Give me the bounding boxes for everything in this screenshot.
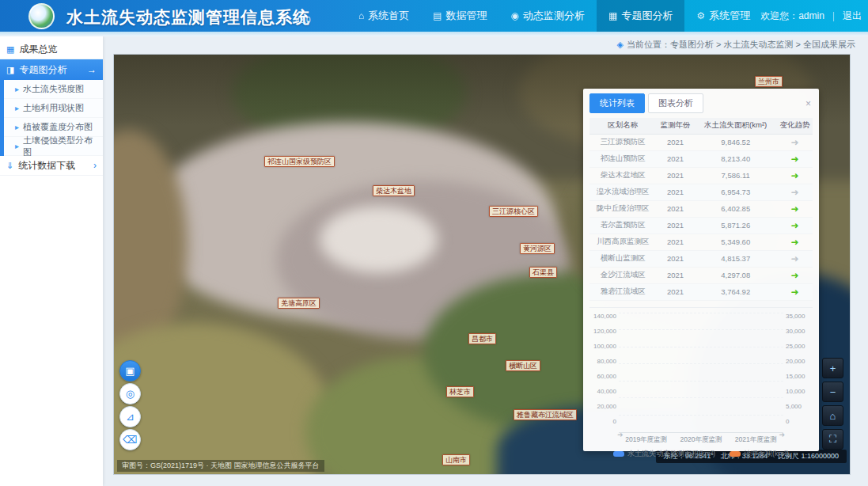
home-extent-tool[interactable]: ⌂ — [822, 405, 843, 426]
map-place-label[interactable]: 兰州市 — [755, 76, 783, 87]
map-place-label[interactable]: 横断山区 — [506, 360, 540, 371]
locate-tool[interactable]: ◎ — [119, 383, 141, 404]
map-place-label[interactable]: 雅鲁藏布江流域区 — [514, 409, 577, 420]
nav-tab-系统首页[interactable]: ⌂系统首页 — [347, 0, 421, 32]
grid-icon: ▦ — [6, 44, 14, 55]
statistics-chart: 140,000120,000100,00080,00060,00040,0002… — [589, 307, 813, 459]
y-tick-label: 40,000 — [589, 388, 616, 395]
sidebar-item-thematic-analysis[interactable]: ◨ 专题图分析 → — [0, 59, 103, 80]
trend-arrow-icon[interactable]: ➜ — [790, 270, 798, 281]
doc-icon: ▸ — [15, 85, 19, 93]
zoom-out-tool[interactable]: − — [822, 382, 843, 402]
welcome-text: 欢迎您：admin — [760, 0, 824, 32]
nav-tab-动态监测分析[interactable]: ◉动态监测分析 — [499, 0, 597, 32]
nav-tab-专题图分析[interactable]: ▦专题图分析 — [597, 0, 684, 32]
trend-arrow-icon[interactable]: ➜ — [790, 203, 798, 215]
y-tick-label: 25,000 — [786, 343, 813, 350]
map-place-label[interactable]: 山南市 — [442, 454, 470, 465]
table-row[interactable]: 金沙江流域区20214,297.08➜ — [589, 267, 813, 283]
nav-tab-label: 专题图分析 — [621, 0, 673, 32]
table-row[interactable]: 柴达木盆地区20217,586.11➜ — [589, 167, 813, 184]
table-row[interactable]: 祁连山预防区20218,213.40➜ — [589, 150, 813, 167]
trend-arrow-icon[interactable]: ➜ — [790, 137, 798, 148]
trend-arrow-icon[interactable]: ➜ — [790, 154, 798, 165]
y-tick-label: 60,000 — [589, 373, 616, 380]
expand-icon: ⛶ — [829, 433, 836, 446]
map-place-label[interactable]: 石渠县 — [529, 267, 557, 278]
map-place-label[interactable]: 柴达木盆地 — [373, 185, 415, 196]
table-header-cell: 水土流失面积(km²) — [695, 118, 777, 134]
sidebar-subitem-label: 土壤侵蚀类型分布图 — [23, 135, 98, 158]
sidebar-item-overview[interactable]: ▦ 成果总览 — [0, 40, 103, 59]
layers-tool[interactable]: ▣ — [119, 360, 141, 382]
map-left-toolbar: ▣◎⊿⌫ — [119, 360, 141, 450]
nav-tab-系统管理[interactable]: ⚙系统管理 — [684, 0, 762, 32]
arrow-right-icon: → — [87, 64, 97, 75]
cell-area: 5,871.26 — [695, 217, 777, 234]
doc-icon: ▸ — [15, 104, 19, 112]
trend-arrow-icon[interactable]: ➜ — [790, 253, 798, 264]
database-icon: ▤ — [433, 0, 442, 32]
sidebar-item-download[interactable]: ⇓ 统计数据下载 › — [0, 156, 103, 176]
trend-arrow-icon[interactable]: ➜ — [790, 237, 798, 248]
cell-region: 川西高原监测区 — [589, 234, 657, 250]
map-terrain-plain — [113, 323, 335, 475]
sidebar: ▦ 成果总览 ◨ 专题图分析 → ▸水土流失强度图▸土地利用现状图▸植被覆盖度分… — [0, 36, 103, 486]
trend-arrow-icon[interactable]: ➜ — [790, 187, 798, 198]
y-tick-label: 20,000 — [589, 403, 616, 410]
trend-arrow-icon[interactable]: ➜ — [790, 287, 798, 298]
cell-region: 横断山监测区 — [589, 250, 657, 267]
cell-year: 2021 — [657, 200, 695, 217]
table-row[interactable]: 若尔盖预防区20215,871.26➜ — [589, 217, 813, 234]
locate-icon: ◎ — [126, 388, 135, 400]
cell-area: 6,954.73 — [695, 184, 777, 200]
y-tick-label: 120,000 — [589, 328, 616, 335]
legend-item[interactable]: 水土流失动态监测面积(km²) — [613, 449, 715, 459]
table-row[interactable]: 川西高原监测区20215,349.60➜ — [589, 234, 813, 250]
y-tick-label: 5,000 — [786, 403, 813, 410]
axis-arrow-icon: ➜ — [617, 431, 624, 439]
map-place-label[interactable]: 黄河源区 — [520, 243, 555, 254]
legend-item[interactable]: 治理面积(km²) — [730, 449, 789, 459]
clear-tool[interactable]: ⌫ — [119, 429, 141, 450]
fullscreen-tool[interactable]: ⛶ — [822, 429, 843, 450]
trend-arrow-icon[interactable]: ➜ — [790, 170, 798, 181]
panel-tab-统计列表[interactable]: 统计列表 — [589, 93, 645, 113]
cell-year: 2021 — [657, 267, 695, 283]
sidebar-subitem[interactable]: ▸水土流失强度图 — [4, 80, 103, 99]
sidebar-subitem[interactable]: ▸土壤侵蚀类型分布图 — [4, 137, 103, 156]
map-place-label[interactable]: 羌塘高原区 — [278, 298, 320, 309]
app-title: 水土流失动态监测管理信息系统 — [66, 6, 310, 28]
measure-tool[interactable]: ⊿ — [119, 406, 141, 427]
y-tick-label: 140,000 — [589, 313, 616, 320]
panel-tab-图表分析[interactable]: 图表分析 — [648, 93, 703, 113]
map-place-label[interactable]: 昌都市 — [468, 333, 496, 344]
cell-region: 雅砻江流域区 — [589, 283, 657, 300]
cell-area: 4,815.37 — [695, 250, 777, 267]
map-place-label[interactable]: 三江源核心区 — [489, 206, 538, 217]
cell-year: 2021 — [657, 217, 695, 234]
cell-region: 柴达木盆地区 — [589, 167, 657, 184]
y-tick-label: 100,000 — [589, 343, 616, 350]
data-panel: 统计列表图表分析× 区划名称监测年份水土流失面积(km²)变化趋势 三江源预防区… — [583, 89, 819, 451]
table-row[interactable]: 陇中丘陵治理区20216,402.85➜ — [589, 200, 813, 217]
map-place-label[interactable]: 林芝市 — [446, 386, 474, 397]
logout-link[interactable]: 退出 — [843, 0, 862, 32]
close-icon[interactable]: × — [804, 98, 813, 109]
table-row[interactable]: 三江源预防区20219,846.52➜ — [589, 134, 813, 150]
nav-tab-label: 系统管理 — [709, 0, 750, 32]
app-logo-icon — [28, 3, 55, 29]
table-row[interactable]: 横断山监测区20214,815.37➜ — [589, 250, 813, 267]
table-row[interactable]: 湟水流域治理区20216,954.73➜ — [589, 184, 813, 200]
chevron-right-icon: › — [93, 160, 97, 171]
nav-tab-数据管理[interactable]: ▤数据管理 — [421, 0, 498, 32]
cell-trend: ➜ — [777, 217, 813, 234]
map-place-label[interactable]: 祁连山国家级预防区 — [264, 156, 335, 167]
zoom-in-tool[interactable]: + — [822, 358, 843, 378]
sidebar-subitem[interactable]: ▸土地利用现状图 — [4, 99, 103, 118]
trend-arrow-icon[interactable]: ➜ — [790, 220, 798, 231]
cell-region: 三江源预防区 — [589, 134, 657, 150]
gear-icon: ⚙ — [696, 0, 705, 32]
cell-area: 8,213.40 — [695, 150, 777, 167]
table-row[interactable]: 雅砻江流域区20213,764.92➜ — [589, 283, 813, 300]
